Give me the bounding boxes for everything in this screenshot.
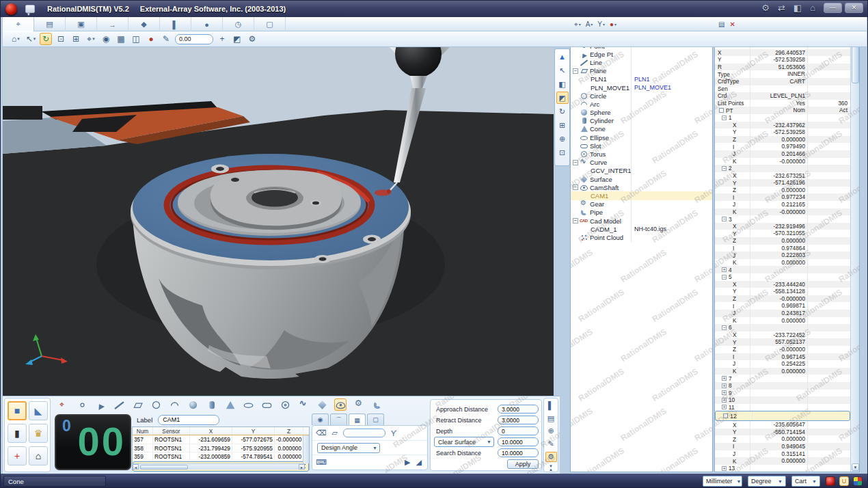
prop-row-pt[interactable]: PTNomAct xyxy=(715,107,850,114)
prop-row-crdtype[interactable]: CrdTypeCART xyxy=(715,78,850,85)
prop-row-x[interactable]: X296.440537 xyxy=(715,49,850,57)
dropdown-arrow-icon[interactable]: ▾ xyxy=(92,36,95,42)
probe-button[interactable]: ▌ xyxy=(545,401,557,411)
point-12-y[interactable]: Y-550.714154 xyxy=(715,429,850,436)
rotary-table-icon[interactable]: U xyxy=(839,476,849,486)
tree-item-ellipse[interactable]: Ellipse xyxy=(571,133,712,141)
feature-pipe-button[interactable] xyxy=(371,398,383,411)
feature-circle-button[interactable] xyxy=(150,398,162,411)
checkbox-icon[interactable] xyxy=(723,414,728,418)
axes-button[interactable]: + xyxy=(8,446,27,465)
view-rotate-button[interactable]: ↻ xyxy=(556,105,569,118)
approach-distance-input[interactable] xyxy=(498,405,539,414)
point-row-10[interactable]: +10 xyxy=(715,396,850,404)
view-iso-button[interactable]: ◩ xyxy=(556,92,569,104)
tab-probe-setup[interactable]: ⌖ xyxy=(3,17,34,31)
tree-item-cone[interactable]: Cone xyxy=(571,125,712,133)
feature-camshaft-button[interactable] xyxy=(334,398,347,411)
feature-point-button[interactable] xyxy=(76,398,88,411)
point-12-i[interactable]: I0.949045 xyxy=(715,443,850,450)
point-5-x[interactable]: X-233.444240 xyxy=(715,281,850,288)
point-expander-icon[interactable]: + xyxy=(722,376,727,381)
feature-plane-button[interactable] xyxy=(131,398,144,411)
tree-item-circle[interactable]: Circle xyxy=(571,92,712,100)
probe-cross-button[interactable]: + xyxy=(216,33,228,45)
checkbox-icon[interactable] xyxy=(719,108,724,113)
tree-item-plane[interactable]: −Plane xyxy=(571,67,712,75)
point-expander-icon[interactable]: + xyxy=(722,267,727,272)
value-input[interactable] xyxy=(343,429,385,437)
feature-curve-button[interactable] xyxy=(297,398,310,411)
search-distance-input[interactable] xyxy=(498,448,539,457)
point-12-z[interactable]: Z0.000000 xyxy=(715,435,850,443)
label-filter-button[interactable]: A▾ xyxy=(586,21,593,28)
tree-item-cam1[interactable]: CAM1 xyxy=(571,191,712,200)
point-2-x[interactable]: X-232.673251 xyxy=(715,172,850,180)
label-input[interactable] xyxy=(158,415,219,425)
depth-input[interactable] xyxy=(498,426,539,435)
tree-item-line[interactable]: Line xyxy=(571,58,712,66)
fixture-button[interactable]: ◣ xyxy=(29,401,48,420)
camera-button[interactable]: ◫ xyxy=(130,33,142,45)
gears-button[interactable]: ⚙ xyxy=(246,33,258,45)
viewport-3d[interactable] xyxy=(3,47,554,396)
point-12-k[interactable]: K0.000000 xyxy=(715,457,850,465)
device-config-icon[interactable]: ⚙ xyxy=(761,3,770,13)
point-expander-icon[interactable]: + xyxy=(722,390,727,395)
tab-window-layout[interactable]: ▣ xyxy=(66,17,97,31)
table-vscrollbar[interactable] xyxy=(303,435,309,463)
feature-ellipse-button[interactable] xyxy=(242,398,254,411)
point-2-i[interactable]: I0.977234 xyxy=(715,193,850,201)
point-row-11[interactable]: +11 xyxy=(715,404,850,411)
tree-expander-icon[interactable]: − xyxy=(573,218,578,223)
point-row-13[interactable]: +13 xyxy=(715,465,850,472)
tree-item-pln-move1[interactable]: PLN_MOVE1PLN_MOVE1 xyxy=(571,83,712,92)
point-6-k[interactable]: K0.000000 xyxy=(715,368,850,375)
table-hscrollbar[interactable]: ◄ ► xyxy=(133,463,305,470)
feature-sphere-button[interactable] xyxy=(187,398,199,411)
point-6-i[interactable]: I0.967145 xyxy=(715,353,850,361)
tab-probe[interactable]: ▌ xyxy=(160,17,191,31)
record-button[interactable]: ● xyxy=(145,33,157,45)
magnify-button[interactable]: ⊕ xyxy=(545,426,557,437)
settings-button[interactable]: ⚙ xyxy=(545,452,557,462)
feature-edge-point-button[interactable] xyxy=(94,398,107,411)
tree-expander-icon[interactable]: − xyxy=(573,185,578,190)
list-view-button[interactable]: ▤ xyxy=(718,21,724,28)
tree-item-edge-pt[interactable]: Edge Pt xyxy=(571,50,712,58)
feature-cone-button[interactable] xyxy=(223,398,236,411)
point-12-x[interactable]: X-235.605647 xyxy=(715,421,850,429)
point-2-z[interactable]: Z0.000000 xyxy=(715,187,850,194)
hscroll-thumb[interactable] xyxy=(140,465,188,470)
feature-sensor-button[interactable] xyxy=(57,398,70,411)
probe-cad-icon[interactable]: ◢ xyxy=(416,458,422,467)
feature-cylinder-button[interactable] xyxy=(205,398,217,411)
table-row[interactable]: 358ROOTSN1-231.799429-575.9209550.000000 xyxy=(133,444,309,453)
window-toggle-icon[interactable]: ◧ xyxy=(794,3,802,13)
tree-item-gcv-inter1[interactable]: GCV_INTER1 xyxy=(571,167,712,175)
render-mode-button[interactable]: ▦ xyxy=(115,33,127,45)
select-cursor-button[interactable]: ↖▾ xyxy=(25,33,37,45)
point-row-2[interactable]: −2 xyxy=(715,165,850,172)
point-6-y[interactable]: Y557.052137 xyxy=(715,338,850,346)
home-button[interactable]: ⌂▾ xyxy=(10,33,22,45)
probe-head-button[interactable]: ▮ xyxy=(8,424,27,443)
feature-line-button[interactable] xyxy=(113,398,125,411)
point-row-9[interactable]: +9 xyxy=(715,390,850,397)
tree-item-curve[interactable]: −Curve xyxy=(571,159,712,167)
clear-all-button[interactable]: ✕ xyxy=(729,21,735,28)
prop-row-type[interactable]: TypeINNER xyxy=(715,70,850,78)
tree-item-cadm-1[interactable]: CADM_1NH-tc40.igs xyxy=(571,225,712,233)
scroll-right-icon[interactable]: ► xyxy=(299,464,305,470)
feature-torus-button[interactable] xyxy=(279,398,291,411)
tree-item-camshaft[interactable]: −CamShaft xyxy=(571,183,712,191)
tab-history[interactable]: ◷ xyxy=(223,17,254,31)
point-expander-icon[interactable]: + xyxy=(722,383,727,388)
point-3-x[interactable]: X-232.919496 xyxy=(715,223,850,230)
tree-expander-icon[interactable]: − xyxy=(573,160,578,165)
strip-scroll-icons[interactable]: ▼▲ xyxy=(549,465,553,472)
paint-button[interactable]: ✎ xyxy=(160,33,172,45)
prop-row-list-points[interactable]: List PointsYes360 xyxy=(715,100,850,107)
tree-item-point-cloud[interactable]: Point Cloud xyxy=(571,233,712,241)
cmm-axis-button[interactable]: ⌖▾ xyxy=(85,33,97,45)
